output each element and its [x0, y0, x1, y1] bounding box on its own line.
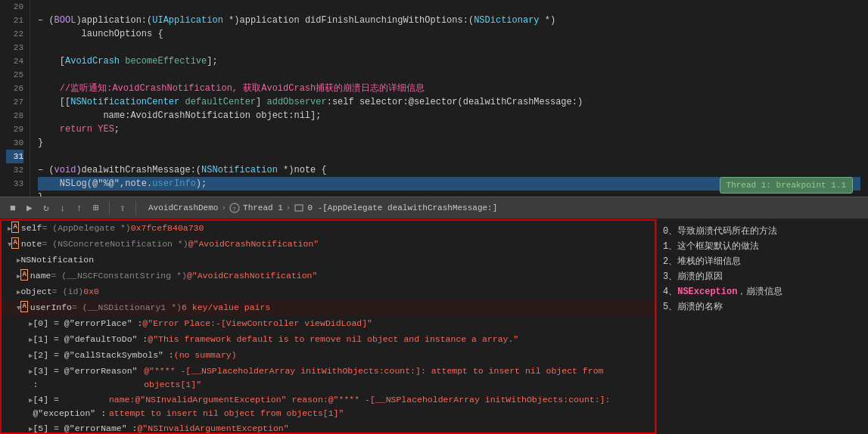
note-0: 0、导致崩溃代码所在的方法 — [663, 224, 862, 239]
code-line-30: – (void)dealwithCrashMessage:(NSNotifica… — [38, 163, 860, 177]
toolbar-btn-stop[interactable]: ■ — [6, 201, 20, 215]
toolbar-separator-2 — [135, 201, 136, 215]
debug-row-nsnotification[interactable]: NSNotification — [2, 253, 655, 268]
debug-vars: A self = (AppDelegate *) 0x7fcef840a730 … — [0, 219, 656, 434]
note-2: 2、堆栈的详细信息 — [663, 254, 862, 269]
code-line-25: //监听通知:AvoidCrashNotification, 获取AvoidCr… — [38, 82, 860, 95]
var-icon-self: A — [11, 222, 18, 233]
breadcrumb-item-app[interactable]: AvoidCrashDemo — [148, 203, 218, 212]
svg-text:T: T — [233, 206, 237, 212]
breadcrumb-sep-1: › — [221, 203, 226, 212]
var-icon-userinfo: A — [20, 301, 27, 312]
note-1: 1、这个框架默认的做法 — [663, 239, 862, 254]
toolbar-btn-share[interactable]: ⇧ — [116, 201, 129, 215]
code-line-22 — [38, 41, 860, 54]
debug-row-note[interactable]: A note = (NSConcreteNotification *) @"Av… — [2, 237, 655, 253]
note-3: 3、崩溃的原因 — [663, 269, 862, 284]
code-line-27: return YES; — [38, 122, 860, 136]
thread-icon: T — [229, 203, 240, 213]
debug-row-3[interactable]: [3] = @"errorReason" : @"**** -[__NSPlac… — [2, 364, 655, 392]
frame-icon — [294, 203, 304, 213]
code-line-21b: launchOptions { — [38, 27, 860, 41]
code-line-20 — [38, 0, 860, 14]
sidebar-notes: 0、导致崩溃代码所在的方法 1、这个框架默认的做法 2、堆栈的详细信息 3、崩溃… — [656, 219, 868, 434]
breadcrumb-sep-2: › — [286, 203, 291, 212]
code-line-29 — [38, 150, 860, 163]
debug-row-name[interactable]: A name = (__NSCFConstantString *) @"Avoi… — [2, 268, 655, 284]
code-line-28: } — [38, 136, 860, 150]
code-editor: 20 21 22 23 24 25 26 27 28 29 30 31 32 3… — [0, 0, 868, 197]
breadcrumb: AvoidCrashDemo › T Thread 1 › 0 -[AppDel… — [148, 203, 497, 213]
toolbar-btn-step-in[interactable]: ↓ — [56, 201, 70, 215]
debug-row-1[interactable]: [1] = @"defaultToDo" : @"This framework … — [2, 332, 655, 348]
code-line-24 — [38, 68, 860, 82]
breadcrumb-item-frame[interactable]: 0 -[AppDelegate dealwithCrashMessage:] — [307, 203, 497, 212]
toolbar-separator-1 — [109, 201, 110, 215]
note-4: 4、NSException，崩溃信息 — [663, 284, 862, 299]
code-line-31: NSLog(@"%@",note.userInfo);Thread 1: bre… — [38, 177, 860, 191]
svg-rect-2 — [295, 205, 303, 211]
toolbar-btn-step-out[interactable]: ↑ — [73, 201, 86, 215]
note-5: 5、崩溃的名称 — [663, 299, 862, 315]
line-numbers: 20 21 22 23 24 25 26 27 28 29 30 31 32 3… — [0, 0, 30, 197]
debug-row-object[interactable]: object = (id) 0x0 — [2, 284, 655, 300]
code-line-23: [AvoidCrash becomeEffective]; — [38, 54, 860, 68]
code-content: – (BOOL)application:(UIApplication *)app… — [30, 0, 868, 197]
toolbar-btn-step-over[interactable]: ↻ — [39, 201, 53, 215]
debug-row-5[interactable]: [5] = @"errorName" : @"NSInvalidArgument… — [2, 421, 655, 434]
debug-row-4[interactable]: [4] = @"exception" : name:@"NSInvalidArg… — [2, 392, 655, 421]
code-line-21: – (BOOL)application:(UIApplication *)app… — [38, 14, 860, 27]
var-icon-name: A — [20, 269, 27, 281]
toolbar: ■ ▶ ↻ ↓ ↑ ⊞ ⇧ AvoidCrashDemo › T Thread … — [0, 197, 868, 219]
debug-row-userinfo[interactable]: A userInfo = (__NSDictionary1 *) 6 key/v… — [2, 300, 655, 316]
toolbar-btn-play[interactable]: ▶ — [23, 201, 36, 215]
debug-row-0[interactable]: [0] = @"errorPlace" : @"Error Place:-[Vi… — [2, 316, 655, 332]
toolbar-btn-frame[interactable]: ⊞ — [89, 201, 103, 215]
debug-row-self[interactable]: A self = (AppDelegate *) 0x7fcef840a730 — [2, 221, 655, 237]
debug-row-2[interactable]: [2] = @"callStackSymbols" : (no summary) — [2, 348, 655, 364]
var-icon-note: A — [11, 237, 18, 249]
bottom-area: A self = (AppDelegate *) 0x7fcef840a730 … — [0, 219, 868, 434]
code-line-26: [[NSNotificationCenter defaultCenter] ad… — [38, 95, 860, 109]
breadcrumb-item-thread[interactable]: Thread 1 — [243, 203, 283, 212]
code-line-26b: name:AvoidCrashNotification object:nil]; — [38, 109, 860, 122]
thread-badge: Thread 1: breakpoint 1.1 — [720, 177, 853, 194]
